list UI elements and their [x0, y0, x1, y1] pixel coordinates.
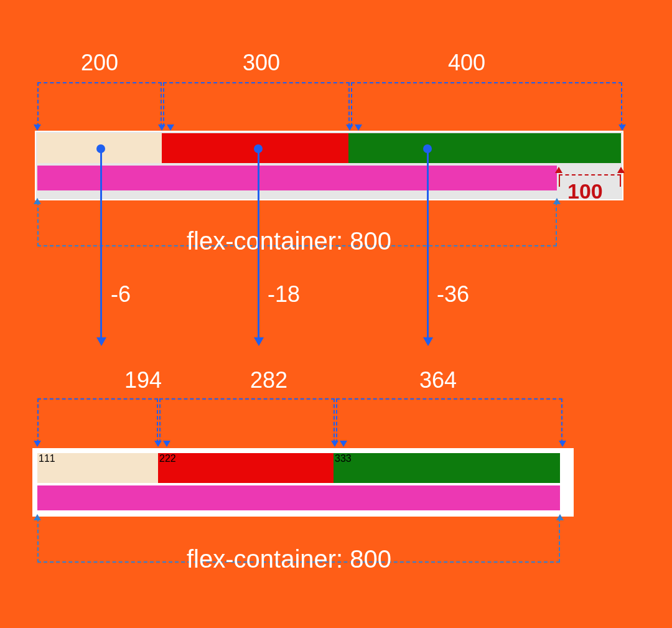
delta-a: -6: [111, 281, 131, 307]
connector-line-a: [100, 152, 102, 339]
arrow-icon: [154, 441, 162, 447]
bottom-bracket-a: [37, 398, 158, 443]
cell-label-a: 111: [39, 453, 55, 464]
top-bracket-b: [163, 82, 350, 127]
top-segment-c: [348, 133, 621, 163]
bottom-width-c: 364: [419, 367, 457, 393]
bottom-segment-b: [158, 453, 334, 483]
connector-arrow-b: [254, 337, 264, 346]
arrow-icon: [34, 514, 41, 520]
overflow-label: 100: [567, 179, 603, 204]
arrow-icon: [163, 441, 170, 447]
bottom-width-a: 194: [124, 367, 162, 393]
top-container-label: flex-container: 800: [187, 227, 391, 255]
bottom-segment-c: [334, 453, 560, 483]
arrow-icon: [553, 198, 561, 204]
arrow-icon: [355, 124, 362, 131]
arrow-icon: [618, 124, 626, 131]
bottom-pink-row: [37, 485, 560, 510]
top-bracket-a: [37, 82, 162, 127]
cell-label-b: 222: [159, 453, 176, 464]
top-width-a: 200: [81, 50, 118, 76]
arrow-icon: [167, 124, 174, 131]
arrow-icon: [340, 441, 347, 447]
bottom-width-b: 282: [250, 367, 287, 393]
connector-line-b: [258, 152, 259, 339]
arrow-icon: [158, 124, 166, 131]
connector-line-c: [427, 152, 429, 339]
arrow-icon: [555, 167, 562, 173]
top-bracket-c: [351, 82, 622, 127]
bottom-container-label: flex-container: 800: [187, 545, 391, 573]
top-width-c: 400: [448, 50, 485, 76]
arrow-icon: [617, 167, 625, 173]
top-width-b: 300: [243, 50, 280, 76]
arrow-icon: [559, 441, 566, 447]
delta-b: -18: [268, 281, 300, 307]
arrow-icon: [34, 441, 41, 447]
bottom-segment-a: [37, 453, 158, 483]
top-pink-row: [37, 166, 557, 190]
arrow-icon: [346, 124, 353, 131]
bottom-bracket-c: [336, 398, 562, 443]
arrow-icon: [331, 441, 338, 447]
connector-arrow-a: [96, 337, 106, 346]
connector-arrow-c: [423, 337, 433, 346]
bottom-bracket-b: [159, 398, 335, 443]
arrow-icon: [34, 198, 41, 204]
arrow-icon: [34, 124, 41, 131]
arrow-icon: [556, 514, 564, 520]
delta-c: -36: [437, 281, 469, 307]
cell-label-c: 333: [335, 453, 352, 464]
